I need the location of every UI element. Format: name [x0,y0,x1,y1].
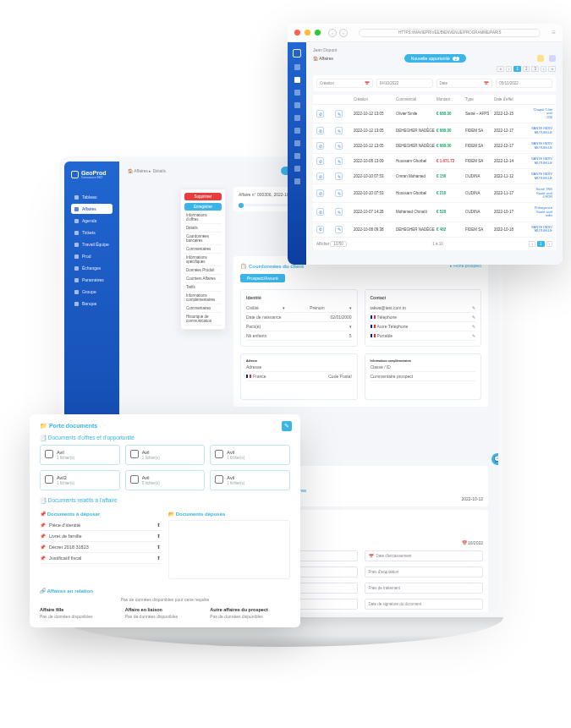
nav-icon[interactable] [294,166,300,172]
doc-item[interactable]: Avil0 fichier(s) [125,470,206,490]
doc-row[interactable]: 📌Justificatif fiscal⬆ [40,553,162,564]
filter-creation[interactable]: Création 📅 [316,79,373,88]
filter-date[interactable]: Date 📅 [436,79,493,88]
field-frais-acq[interactable]: Frais d'acquisition [365,567,484,577]
nav-item[interactable]: Banque [71,298,113,309]
submenu-item[interactable]: Informations spécifiques [184,254,222,266]
pager-next[interactable]: › [546,241,553,247]
bell-icon[interactable] [537,55,544,62]
nav-icon[interactable] [294,115,300,121]
pager-next[interactable]: › [541,66,547,72]
edit-icon[interactable]: ✎ [472,324,475,329]
doc-item[interactable]: Avil1 fichier(s) [210,445,290,465]
th-type[interactable]: Type [465,97,494,101]
pager-page[interactable]: 1 [513,66,521,72]
table-row[interactable]: ✆✎2022-10-07 14:28Mohamed Chmaïti€ 520OU… [313,203,556,222]
phone-field[interactable]: Téléphone✎ [371,313,476,322]
forward-button[interactable]: › [339,29,348,37]
submenu-item[interactable]: Informations complémentaires [184,292,222,304]
nav-item[interactable]: Groupe [71,287,113,297]
email-field[interactable]: takwa@test.com.tn✎ [371,304,476,313]
filter-creation-date[interactable]: 04/10/2022 [376,79,433,88]
field[interactable]: Commentaire prospect [371,372,476,381]
filter-date-value[interactable]: 05/10/2022 [496,79,552,88]
nav-item[interactable]: Tableau [71,192,113,202]
doc-row[interactable]: 📌Pièce d'identité⬆ [40,520,162,531]
delete-button[interactable]: Supprimer [184,193,222,201]
phone-icon[interactable]: ✆ [316,127,324,134]
field-frais-trait[interactable]: Frais de traitement [365,583,484,594]
pager-prev[interactable]: ‹ [506,66,513,72]
nav-item[interactable]: Tickets [71,227,113,238]
th-effet[interactable]: Date d'effet [494,97,528,101]
edit-icon[interactable]: ✎ [472,315,475,320]
min-light[interactable] [305,30,310,36]
table-row[interactable]: ✆✎2022-10-08 13:09Houssam Ghorbel€ 1.671… [313,154,556,169]
submenu-item[interactable]: Courriers Affaires [184,275,222,283]
field[interactable]: Nb enfants5 [246,331,352,341]
phone-icon[interactable]: ✆ [316,142,324,150]
edit-icon[interactable]: ✎ [335,157,343,165]
phone-icon[interactable]: ✆ [316,226,324,233]
doc-item[interactable]: Avil21 fichier(s) [40,470,120,490]
doc-row[interactable]: 📌Livret de famille⬆ [40,531,162,542]
edit-icon[interactable]: ✎ [335,189,343,197]
edit-icon[interactable]: ✎ [335,172,343,180]
edit-icon[interactable]: ✎ [335,110,343,118]
nav-icon[interactable] [294,90,300,96]
submenu-item[interactable]: Données Produit [184,266,222,275]
nav-item[interactable]: Agenda [71,216,113,226]
edit-icon[interactable]: ✎ [472,333,475,338]
field[interactable]: Adresse [246,363,352,372]
table-row[interactable]: ✆✎2022-10-08 09:38DEHEGHER NADÈGE€ 482FI… [313,222,556,238]
upload-icon[interactable]: ⬆ [156,534,162,539]
table-row[interactable]: ✆✎2022-10-10 07:53Omran Mohamed€ 150OUDI… [313,169,556,184]
submenu-item[interactable]: Tarifs [184,283,222,292]
th-montant[interactable]: Montant [436,97,465,101]
page-size-select[interactable]: 10/50 [330,241,346,247]
field[interactable]: Civilité▾Prénom▾ [246,304,352,313]
tab-prospect[interactable]: Prospect/Assuré [240,274,285,282]
nav-item[interactable]: Échanges [71,263,113,273]
chat-fab[interactable]: 💬 [491,453,498,465]
submenu-item[interactable]: Historique de communication [184,313,222,326]
nav-item[interactable]: Prod [71,251,113,261]
table-row[interactable]: ✆✎2022-10-12 13:05Olivier Smile€ 680.00S… [313,105,556,123]
phone-icon[interactable]: ✆ [316,208,324,216]
table-row[interactable]: ✆✎2022-10-12 13:05DEHEGHER NADÈGE€ 680.0… [313,123,556,139]
phone-icon[interactable]: ✆ [316,157,324,165]
phone-icon[interactable]: ✆ [316,189,324,197]
nav-icon[interactable] [294,102,300,108]
th-creation[interactable]: Création [354,97,396,101]
th-commercial[interactable]: Commercial [396,97,436,101]
field-encaissement[interactable]: 📅 Date d'encaissement [365,550,484,561]
field[interactable]: Date de naissance02/01/2000 [246,313,352,322]
pager-prev[interactable]: ‹ [529,241,535,247]
doc-item[interactable]: Avil1 fichier(s) [125,445,206,465]
field[interactable]: Pacs(é)▾ [246,322,352,331]
field[interactable]: FranceCode Postal [246,372,352,381]
new-opportunity-pill[interactable]: Nouvelle opportunité2 [404,54,466,63]
phone-field[interactable]: Autre Téléphone✎ [371,322,476,331]
nav-item[interactable]: Travail Équipe [71,239,113,249]
submenu-item[interactable]: Détails [184,224,222,233]
menu-icon[interactable]: ≡ [552,29,556,36]
submenu-item[interactable]: Commentaires [184,304,222,313]
nav-icon[interactable] [294,128,300,134]
submenu-item[interactable]: Commentaires [184,245,222,254]
close-light[interactable] [294,30,300,36]
doc-row[interactable]: 📌Décret 2018 31823⬆ [40,542,162,553]
upload-icon[interactable]: ⬆ [156,523,162,528]
nav-item[interactable]: Paramètres [71,275,113,285]
edit-icon[interactable]: ✎ [335,208,343,216]
table-row[interactable]: ✆✎2022-10-12 13:05DEHEGHER NADÈGE€ 680.0… [313,139,556,154]
nav-icon-active[interactable] [294,77,300,83]
pager-last[interactable]: » [548,66,556,72]
avatar[interactable] [549,55,556,62]
field-signature[interactable]: Date de signature du document [365,599,484,610]
edit-icon[interactable]: ✎ [282,421,292,431]
phone-icon[interactable]: ✆ [316,110,324,118]
pager-page[interactable]: 1 [537,241,545,247]
empty-drop-zone[interactable] [168,520,290,579]
upload-icon[interactable]: ⬆ [156,545,162,550]
